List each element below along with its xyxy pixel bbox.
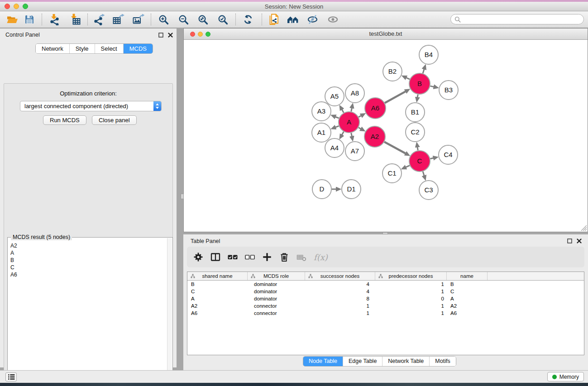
- optimization-criterion-select[interactable]: largest connected component (directed): [20, 101, 162, 111]
- select-all-button[interactable]: [227, 252, 238, 263]
- delete-table-button[interactable]: [296, 252, 307, 263]
- window-resize-grip[interactable]: [580, 224, 587, 231]
- graph-node-B[interactable]: B: [409, 73, 430, 94]
- graph-edge-A-A7[interactable]: [351, 133, 352, 137]
- export-network-button[interactable]: [91, 12, 107, 27]
- deselect-all-button[interactable]: [244, 252, 255, 263]
- graph-node-A4[interactable]: A4: [325, 138, 344, 157]
- mcds-result-list[interactable]: A2ABCA6: [10, 242, 165, 386]
- tab-motifs[interactable]: Motifs: [429, 357, 455, 366]
- table-row[interactable]: Adominator80A: [187, 295, 584, 302]
- graph-edge-A-A1[interactable]: [335, 126, 339, 127]
- graph-node-A1[interactable]: A1: [312, 123, 331, 142]
- column-header-shared-name[interactable]: shared name: [187, 272, 248, 280]
- export-image-button[interactable]: [130, 12, 146, 27]
- graph-node-D1[interactable]: D1: [342, 180, 361, 199]
- network-window-titlebar[interactable]: testGlobe.txt: [184, 29, 588, 40]
- network-from-document-button[interactable]: [266, 12, 282, 27]
- task-history-button[interactable]: [5, 372, 17, 381]
- column-header-name[interactable]: name: [447, 272, 488, 280]
- graph-node-A5[interactable]: A5: [325, 87, 344, 106]
- close-panel-icon[interactable]: [577, 238, 582, 243]
- result-scrollbar[interactable]: [167, 238, 172, 386]
- graph-node-A6[interactable]: A6: [365, 98, 386, 119]
- graph-edge-A-A5[interactable]: [342, 110, 344, 113]
- search-field[interactable]: [450, 14, 584, 24]
- graph-node-C3[interactable]: C3: [419, 181, 438, 200]
- hide-network-button[interactable]: [305, 12, 320, 27]
- graph-node-C1[interactable]: C1: [382, 164, 402, 183]
- tab-network[interactable]: Network: [36, 44, 69, 53]
- show-network-button[interactable]: [325, 12, 340, 27]
- graph-node-A3[interactable]: A3: [312, 102, 331, 121]
- export-table-button[interactable]: [110, 12, 126, 27]
- refresh-button[interactable]: [240, 12, 256, 27]
- tab-network-table[interactable]: Network Table: [382, 357, 429, 366]
- graph-edge-A-A6[interactable]: [359, 116, 361, 117]
- graph-edge-C-C2[interactable]: [417, 147, 418, 150]
- open-session-button[interactable]: [5, 12, 20, 27]
- import-network-button[interactable]: [47, 12, 62, 27]
- show-column-button[interactable]: [210, 252, 221, 263]
- graph-node-D[interactable]: D: [312, 180, 331, 199]
- graph-edge-B-B4[interactable]: [423, 69, 424, 73]
- add-column-button[interactable]: [261, 252, 272, 263]
- float-panel-icon[interactable]: [158, 33, 163, 38]
- network-canvas[interactable]: B4B2BB3A8A5A6A3B1AA1C2A2A4A7C4CC1C3DD1: [184, 40, 588, 232]
- delete-column-button[interactable]: [278, 252, 290, 263]
- tab-edge-table[interactable]: Edge Table: [343, 357, 382, 366]
- zoom-out-button[interactable]: [176, 12, 191, 27]
- table-row[interactable]: Cdominator41C: [187, 288, 584, 295]
- save-session-button[interactable]: [22, 12, 37, 27]
- column-header-predecessor-nodes[interactable]: predecessor nodes: [375, 272, 447, 280]
- graph-node-A8[interactable]: A8: [345, 84, 364, 103]
- graph-node-B3[interactable]: B3: [439, 81, 458, 100]
- zoom-in-button[interactable]: [156, 12, 171, 27]
- import-table-button[interactable]: [67, 12, 83, 27]
- tab-style[interactable]: Style: [69, 44, 95, 53]
- session-home-button[interactable]: [285, 12, 301, 27]
- graph-node-A[interactable]: A: [339, 112, 359, 133]
- table-row[interactable]: A6connector11A6: [187, 310, 584, 317]
- memory-button[interactable]: Memory: [547, 372, 584, 381]
- graph-edge-A-A3[interactable]: [335, 117, 339, 118]
- svg-text:A8: A8: [351, 89, 359, 97]
- graph-node-B2[interactable]: B2: [383, 62, 402, 81]
- table-settings-button[interactable]: [192, 252, 204, 263]
- graph-edge-C-C4[interactable]: [430, 158, 433, 159]
- graph-edge-A6-B[interactable]: [385, 91, 406, 103]
- graph-edge-A-A2[interactable]: [359, 128, 361, 129]
- panel-divider-handle[interactable]: [181, 194, 184, 199]
- column-header-MCDS-role[interactable]: MCDS role: [248, 272, 305, 280]
- graph-edge-A-A8[interactable]: [351, 108, 352, 112]
- close-panel-icon[interactable]: [168, 33, 173, 38]
- graph-node-B4[interactable]: B4: [419, 45, 438, 64]
- zoom-fit-button[interactable]: [195, 12, 210, 27]
- graph-edge-A-A4[interactable]: [342, 132, 344, 135]
- graph-edge-B-B3[interactable]: [430, 86, 434, 87]
- run-mcds-button[interactable]: Run MCDS: [43, 115, 86, 125]
- graph-edge-C-C1[interactable]: [406, 166, 410, 167]
- float-panel-icon[interactable]: [567, 238, 572, 243]
- graph-node-C2[interactable]: C2: [406, 123, 425, 142]
- graph-edge-C-C3[interactable]: [423, 172, 424, 176]
- search-input[interactable]: [463, 16, 580, 23]
- zoom-selected-button[interactable]: [215, 12, 230, 27]
- graph-node-B1[interactable]: B1: [406, 103, 425, 122]
- column-header-successor-nodes[interactable]: successor nodes: [305, 272, 375, 280]
- tab-select[interactable]: Select: [95, 44, 123, 53]
- graph-node-A7[interactable]: A7: [345, 142, 364, 161]
- graph-node-C[interactable]: C: [409, 151, 430, 172]
- graph-edge-B-B1[interactable]: [417, 95, 418, 97]
- tab-node-table[interactable]: Node Table: [303, 357, 343, 366]
- graph-edge-A2-C[interactable]: [384, 142, 406, 153]
- table-row[interactable]: Bdominator41B: [187, 281, 584, 288]
- close-panel-button[interactable]: Close panel: [92, 115, 137, 125]
- function-builder-button[interactable]: f(x): [314, 253, 328, 262]
- table-row[interactable]: A2connector11A2: [187, 302, 584, 310]
- mcds-result-title: MCDS result (5 nodes): [11, 234, 72, 240]
- tab-mcds[interactable]: MCDS: [123, 44, 153, 53]
- graph-node-A2[interactable]: A2: [364, 126, 385, 147]
- graph-node-C4[interactable]: C4: [439, 145, 458, 164]
- graph-edge-B-B2[interactable]: [406, 78, 410, 79]
